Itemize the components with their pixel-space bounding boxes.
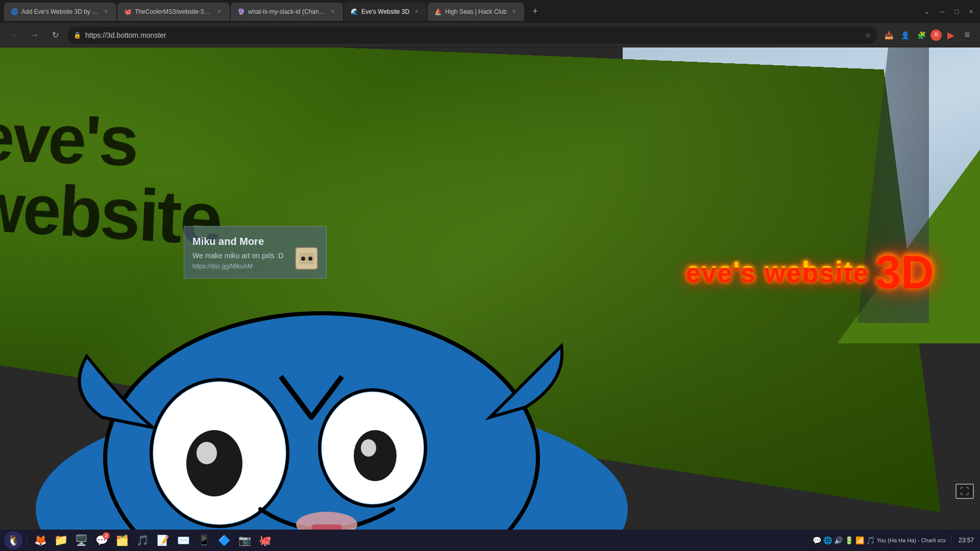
photos-icon: 📷 [238, 534, 251, 546]
taskbar-spotify[interactable]: 🎵 [133, 531, 152, 549]
firefox-icon: 🦊 [34, 534, 47, 546]
wifi-systray-icon[interactable]: 📶 [855, 536, 864, 544]
tab-label-5: High Seas | Hack Club [445, 8, 507, 15]
tab-icon-1: 🌀 [10, 8, 18, 16]
window-list-icon[interactable]: ⌄ [921, 8, 933, 15]
taskbar-photos[interactable]: 📷 [235, 531, 254, 549]
taskbar-separator-1 [27, 534, 27, 546]
svg-point-10 [361, 439, 376, 457]
tab-label-4: Eve's Website 3D [361, 8, 409, 15]
url-bar[interactable]: 🔒 https://3d.bottom.monster ☆ [67, 27, 877, 44]
discord-badge: 2 [103, 532, 110, 539]
creature-container [26, 264, 638, 530]
taskbar-separator-2 [951, 534, 951, 546]
tab-icon-5: ⛵ [434, 8, 442, 16]
whatsapp-icon: 📱 [198, 534, 210, 546]
tab-coolermS3[interactable]: 🐙 TheCoolerMS3/website-3d... × [117, 3, 230, 21]
taskbar-github[interactable]: 🐙 [256, 531, 274, 549]
taskbar-notion[interactable]: 📝 [154, 531, 172, 549]
tab-high-seas[interactable]: ⛵ High Seas | Hack Club × [428, 3, 524, 21]
tab-label-1: Add Eve's Website 3D by Th... [21, 8, 99, 15]
forward-button[interactable]: → [27, 27, 43, 43]
user-avatar[interactable]: R [930, 30, 942, 41]
tab-add-eve[interactable]: 🌀 Add Eve's Website 3D by Th... × [4, 3, 116, 21]
nav-bar: ← → ↻ 🔒 https://3d.bottom.monster ☆ 📥 👤 … [0, 23, 980, 47]
window-controls: ⌄ ─ □ × [921, 8, 976, 15]
vscode-icon: 🔷 [218, 534, 231, 546]
taskbar-nemo[interactable]: 🗂️ [113, 531, 131, 549]
mail-icon: ✉️ [177, 534, 190, 546]
tab-close-4[interactable]: × [412, 8, 421, 16]
discord-systray-icon[interactable]: 💬 [813, 536, 821, 544]
refresh-button[interactable]: ↻ [47, 27, 63, 43]
info-card-title: Miku and More [192, 236, 318, 247]
volume-systray-icon[interactable]: 🔊 [834, 536, 843, 544]
svg-rect-12 [311, 524, 342, 530]
tab-close-3[interactable]: × [329, 8, 337, 16]
creature-svg [26, 264, 638, 530]
notion-icon: 📝 [157, 534, 169, 546]
window-minimize[interactable]: ─ [937, 8, 947, 15]
music-note-icon: 🎵 [866, 536, 875, 544]
fullscreen-button[interactable]: ⛶ [955, 484, 974, 499]
svg-point-9 [354, 430, 397, 481]
lock-icon: 🔒 [74, 32, 81, 39]
account-icon[interactable]: 👤 [898, 28, 912, 42]
robot-eye-left [301, 257, 305, 261]
taskbar-firefox[interactable]: 🦊 [31, 531, 50, 549]
taskbar-files[interactable]: 📁 [52, 531, 70, 549]
browser-frame: 🌀 Add Eve's Website 3D by Th... × 🐙 TheC… [0, 0, 980, 551]
terminal-icon: 🖥️ [75, 534, 88, 546]
clock: 23:57 [957, 537, 976, 544]
taskbar-mail[interactable]: ✉️ [174, 531, 192, 549]
pocket-icon[interactable]: 📥 [881, 28, 896, 42]
taskbar: 🐧 🦊 📁 🖥️ 💬 2 🗂️ 🎵 📝 ✉️ 📱 [0, 530, 980, 551]
tab-slack-id[interactable]: 🔮 what-is-my-slack-id (Channe... × [231, 3, 343, 21]
systray: 💬 🌐 🔊 🔋 📶 🎵 You (Ha Ha Ha) - Charli xcx [813, 536, 946, 544]
window-close[interactable]: × [966, 8, 976, 15]
taskbar-discord[interactable]: 💬 2 [92, 531, 111, 549]
tab-icon-2: 🐙 [124, 8, 132, 16]
start-icon: 🐧 [7, 534, 20, 546]
url-text: https://3d.bottom.monster [85, 31, 861, 39]
window-maximize[interactable]: □ [952, 8, 962, 15]
fire-text-container: eve's website 3D [686, 246, 934, 299]
tab-label-2: TheCoolerMS3/website-3d... [135, 8, 212, 15]
back-button[interactable]: ← [6, 27, 22, 43]
tab-icon-3: 🔮 [237, 8, 245, 16]
tab-add-button[interactable]: + [527, 4, 544, 20]
robot-eye-right [308, 257, 312, 261]
main-content: eve's website Miku and More We make miku… [0, 47, 980, 530]
now-playing-text: You (Ha Ha Ha) - Charli xcx [877, 537, 946, 543]
nemo-icon: 🗂️ [116, 534, 129, 546]
fire-text-3d: 3D [875, 246, 934, 299]
browser-menu-button[interactable]: ≡ [960, 28, 974, 42]
youtube-icon[interactable]: ▶ [944, 28, 958, 42]
tab-close-2[interactable]: × [215, 8, 224, 16]
taskbar-right: 💬 🌐 🔊 🔋 📶 🎵 You (Ha Ha Ha) - Charli xcx … [813, 534, 976, 546]
network-systray-icon[interactable]: 🌐 [823, 536, 832, 544]
nav-extras: 📥 👤 🧩 R ▶ ≡ [881, 28, 974, 42]
bookmark-star-icon[interactable]: ☆ [865, 31, 871, 39]
fire-text-main: eve's website [686, 258, 869, 288]
tab-close-5[interactable]: × [510, 8, 518, 16]
tab-icon-4: 🌊 [350, 8, 358, 16]
taskbar-vscode[interactable]: 🔷 [215, 531, 233, 549]
taskbar-terminal[interactable]: 🖥️ [72, 531, 90, 549]
fullscreen-icon: ⛶ [960, 486, 969, 497]
svg-point-7 [186, 430, 242, 496]
taskbar-whatsapp[interactable]: 📱 [194, 531, 213, 549]
spotify-icon: 🎵 [136, 534, 149, 546]
files-icon: 📁 [54, 534, 68, 547]
start-button[interactable]: 🐧 [4, 531, 22, 549]
battery-systray-icon[interactable]: 🔋 [845, 536, 853, 544]
tab-close-1[interactable]: × [102, 8, 110, 16]
extensions-icon[interactable]: 🧩 [914, 28, 928, 42]
svg-point-8 [197, 442, 217, 464]
github-icon: 🐙 [259, 534, 272, 546]
tab-label-3: what-is-my-slack-id (Channe... [248, 8, 326, 15]
tab-eves-website[interactable]: 🌊 Eve's Website 3D × [344, 3, 427, 21]
title-bar: 🌀 Add Eve's Website 3D by Th... × 🐙 TheC… [0, 0, 980, 23]
